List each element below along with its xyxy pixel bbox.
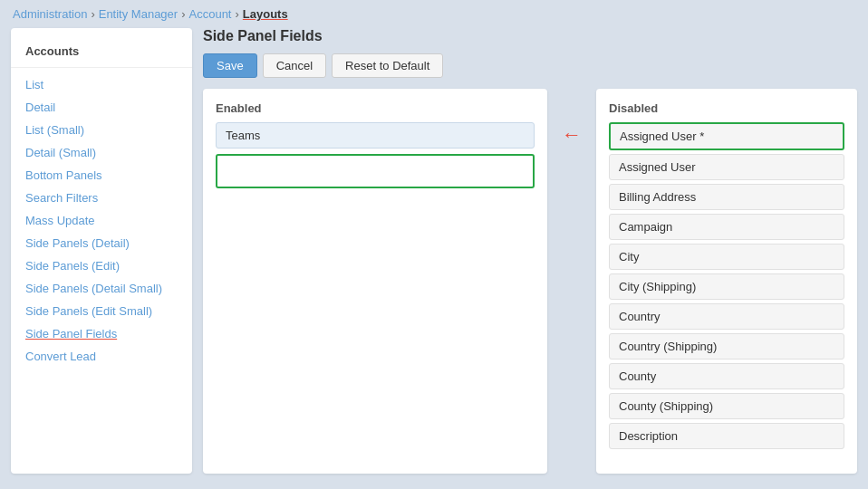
sidebar-item-detail[interactable]: Detail xyxy=(11,96,192,119)
disabled-item-county[interactable]: County xyxy=(609,363,844,389)
sidebar-item-list-small[interactable]: List (Small) xyxy=(11,119,192,141)
arrow-container: ← xyxy=(562,89,582,474)
sep2: › xyxy=(181,7,185,21)
main-layout: Accounts List Detail List (Small) Detail… xyxy=(0,28,868,484)
reset-button[interactable]: Reset to Default xyxy=(332,53,443,78)
sidebar-item-convert-lead[interactable]: Convert Lead xyxy=(11,345,192,368)
toolbar: Save Cancel Reset to Default xyxy=(203,53,857,78)
disabled-item-city[interactable]: City xyxy=(609,244,844,270)
disabled-panel: Disabled Assigned User * Assigned User B… xyxy=(596,89,857,474)
panels-row: Enabled Teams ← Disabled Assigned User *… xyxy=(203,89,857,474)
sidebar-item-bottom-panels[interactable]: Bottom Panels xyxy=(11,164,192,187)
disabled-label: Disabled xyxy=(609,101,844,115)
enabled-item-teams[interactable]: Teams xyxy=(216,122,535,149)
content-area: Side Panel Fields Save Cancel Reset to D… xyxy=(203,28,857,474)
enabled-drop-zone[interactable] xyxy=(216,154,535,188)
breadcrumb: Administration › Entity Manager › Accoun… xyxy=(0,0,868,28)
sep1: › xyxy=(91,7,94,21)
disabled-item-campaign[interactable]: Campaign xyxy=(609,214,844,240)
sidebar-item-search-filters[interactable]: Search Filters xyxy=(11,187,192,209)
enabled-panel: Enabled Teams xyxy=(203,89,547,474)
breadcrumb-current: Layouts xyxy=(243,7,288,21)
disabled-item-description[interactable]: Description xyxy=(609,423,844,449)
drag-arrow-icon: ← xyxy=(562,125,582,145)
disabled-item-country-shipping[interactable]: Country (Shipping) xyxy=(609,333,844,360)
disabled-item-city-shipping[interactable]: City (Shipping) xyxy=(609,273,844,300)
breadcrumb-admin[interactable]: Administration xyxy=(13,7,87,21)
enabled-label: Enabled xyxy=(216,101,535,115)
disabled-item-billing-address[interactable]: Billing Address xyxy=(609,184,844,210)
page-title: Side Panel Fields xyxy=(203,28,857,44)
sidebar-item-side-panels-edit[interactable]: Side Panels (Edit) xyxy=(11,254,192,277)
sidebar-item-mass-update[interactable]: Mass Update xyxy=(11,209,192,232)
disabled-item-country[interactable]: Country xyxy=(609,303,844,330)
sidebar-item-side-panel-fields[interactable]: Side Panel Fields xyxy=(11,322,192,345)
sidebar-item-side-panels-edit-small[interactable]: Side Panels (Edit Small) xyxy=(11,300,192,322)
disabled-item-assigned-user-required[interactable]: Assigned User * xyxy=(609,122,844,150)
sidebar-item-list[interactable]: List xyxy=(11,73,192,96)
breadcrumb-entity-manager[interactable]: Entity Manager xyxy=(99,7,178,21)
sep3: › xyxy=(235,7,238,21)
sidebar-item-detail-small[interactable]: Detail (Small) xyxy=(11,141,192,164)
sidebar: Accounts List Detail List (Small) Detail… xyxy=(11,28,192,474)
sidebar-item-side-panels-detail[interactable]: Side Panels (Detail) xyxy=(11,232,192,254)
cancel-button[interactable]: Cancel xyxy=(263,53,326,78)
disabled-item-county-shipping[interactable]: County (Shipping) xyxy=(609,393,844,419)
breadcrumb-account[interactable]: Account xyxy=(189,7,232,21)
sidebar-item-side-panels-detail-small[interactable]: Side Panels (Detail Small) xyxy=(11,277,192,300)
disabled-item-assigned-user[interactable]: Assigned User xyxy=(609,154,844,180)
save-button[interactable]: Save xyxy=(203,53,257,78)
sidebar-title: Accounts xyxy=(11,39,192,68)
